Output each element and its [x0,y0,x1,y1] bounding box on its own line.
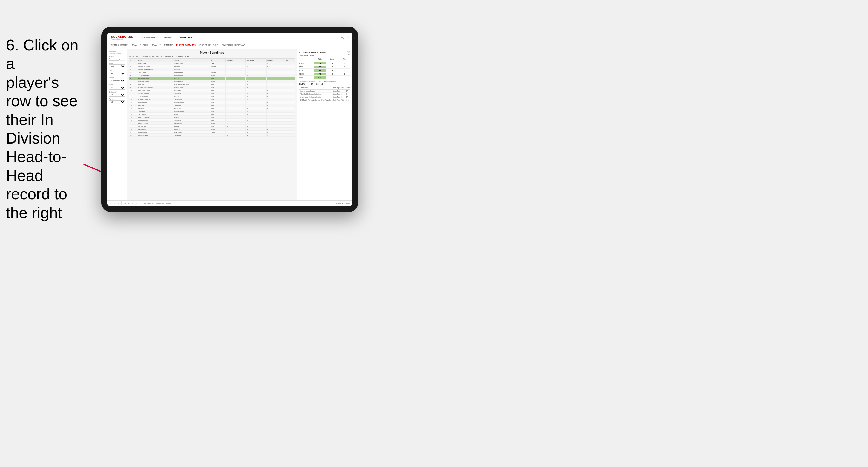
h2h-title: In Division Head-to-Head [299,51,350,54]
col-yr: Yr [210,59,226,62]
nav-item-tournaments[interactable]: TOURNAMENTS [138,35,158,39]
player-select[interactable]: (All) [108,100,125,104]
table-row[interactable]: 5 Christo Lamprecht Georgia Tech Fourth … [129,74,295,77]
table-row[interactable]: 1 Wenyi Ding Arizona State First 1 8 1 [129,62,295,65]
tab-team-h2h-heatmap[interactable]: TEAM H2H HEATMAP [152,43,173,48]
h2h-wl-record: 674 - 33 - 12 [311,83,323,85]
table-row[interactable]: 9 Preston Summerhays Arizona State Third… [129,86,295,89]
nav-items: TOURNAMENTS TEAMS COMMITTEE [138,35,341,39]
cut-button[interactable]: ✂ [128,202,129,205]
forward-button[interactable]: ⤳ [118,202,119,205]
rounds-filter: No Rds. 6 [108,56,125,61]
standings-title: Player Standings [129,51,295,54]
col-score: Score [345,86,350,90]
table-row[interactable]: 8 Mats Ege East Tennessee State Fifth 1 … [129,83,295,86]
tablet-frame: SCOREBOARD Powered by clippi TOURNAMENTS… [101,27,358,212]
h2h-tournaments-table: Tournament Event Type Pos Score Amer Ari… [299,86,350,101]
table-row[interactable]: 16 Alex Goff Kentucky Fifth 8 19 0 [129,107,295,110]
h2h-opponents-label: Opponents in division: W-L-T record in-d… [299,81,350,82]
grid-button[interactable]: ⊞ [124,202,126,205]
tab-player-h2h-heatmap[interactable]: PLAYER H2H HEATMAP [222,43,245,48]
standings-table: # Player School Yr Reg Rank Conf Rank No… [129,59,295,137]
h2h-row: >100 578 11 1 [299,76,350,80]
logo-sub: Powered by clippi [111,38,133,40]
watch-button[interactable]: Watch ▾ [336,202,343,205]
col-reg-rank: Reg Rank [226,59,245,62]
h2h-rows: Top 10 8 3 2 11-25 20 9 5 26-50 22 4 1 5… [299,61,350,80]
sign-out-button[interactable]: Sign out [341,36,349,38]
view-original-button[interactable]: View: Original [143,202,153,204]
table-area: Player Standings Gender: Men Division: N… [127,49,297,200]
nav-item-committee[interactable]: COMMITTEE [178,35,193,39]
tournament-row: SEC Match Play hosted by Jerry Pate Roun… [299,98,350,101]
h2h-grid-header: Win Loss Tie [299,58,350,61]
h2h-close-button[interactable]: ✕ [347,51,350,55]
col-school: School [174,59,210,62]
top-nav: SCOREBOARD Powered by clippi TOURNAMENTS… [107,33,352,42]
tab-team-summary[interactable]: TEAM SUMMARY [111,43,128,48]
table-row[interactable]: 4 Luke Claton Florida State Second 1 27 … [129,71,295,74]
table-row[interactable]: 6 Jackson Koivun Auburn First [129,77,295,80]
logo-title: SCOREBOARD [111,35,133,38]
col-tournament: Tournament [299,86,332,90]
update-time: Update time: 27/03/2024 16:56:26 [108,51,125,54]
tablet-screen: SCOREBOARD Powered by clippi TOURNAMENTS… [107,33,352,206]
table-row[interactable]: 14 Maxwell Ford North Carolina Third 2 2… [129,101,295,104]
year-select[interactable]: (All) [108,72,125,75]
main-content: Update time: 27/03/2024 16:56:26 No Rds.… [107,49,352,200]
table-row[interactable]: 15 Jake Hall Tennessee Fifth 2 25 0 [129,104,295,107]
h2h-row: 26-50 22 4 1 [299,69,350,72]
nav-item-teams[interactable]: TEAMS [163,35,173,39]
circle-button[interactable]: ⊙ [136,202,137,205]
table-row[interactable]: 18 Luke Powell UCLA First 3 24 1 [129,113,295,116]
table-row[interactable]: 12 Brendan Valles Auburn Third 1 27 0 [129,95,295,98]
h2h-stats-values: 98.1% 674 - 33 - 12 [299,83,350,85]
table-row[interactable]: 24 Bastien Amat New Mexico Fourth 1 27 2 [129,131,295,134]
standings-filters: Gender: Men Division: NCAA Division I Re… [129,56,295,57]
h2h-opponents-pct: 98.1% [299,83,305,85]
col-num: # [129,59,137,62]
table-row[interactable]: 21 Taehoon Song Washington Fourth 6 23 1 [129,122,295,125]
table-row[interactable]: 23 Jack Lundin Missouri Fourth 11 24 0 [129,128,295,131]
tournament-row: Fallon Oak Collegiate Invitational Strok… [299,93,350,95]
share-button[interactable]: Share [345,202,350,204]
gender-select[interactable]: Men [108,64,125,68]
table-row[interactable]: 2 Michael La Sasso Ole Miss Second 1 19 … [129,65,295,68]
table-row[interactable]: 10 Jacob Mac Diesen Arkansas Fifth 4 25 … [129,89,295,92]
tab-player-summary[interactable]: PLAYER SUMMARY [177,43,196,48]
h2h-row: 11-25 20 9 5 [299,65,350,69]
redo-button[interactable]: ↪ [114,202,115,205]
table-row[interactable]: 25 Cole Sherwood Vanderbilt 12 23 1 [129,134,295,137]
h2h-panel: In Division Head-to-Head Jackson Koivun … [297,49,352,200]
undo-button[interactable]: ↩ [110,202,111,205]
col-conf-rank: Conf Rank [245,59,267,62]
sidebar-filters: Update time: 27/03/2024 16:56:26 No Rds.… [107,49,127,200]
table-row[interactable]: 20 Matthew Riedel Vanderbilt Fifth 9 22 … [129,119,295,122]
h2h-player-name: Jackson Koivun [299,54,350,56]
table-row[interactable]: 7 Nicholas Gabrelcik North Florida Fourt… [129,80,295,83]
table-row[interactable]: 22 Ian Gilligan Florida Third 10 24 1 [129,125,295,128]
tournament-row: Mirabel Maui Jim Intercollegiate Stroke … [299,95,350,98]
save-custom-button[interactable]: Save Custom View [156,202,171,204]
instruction-text: 6. Click on a player's row to see their … [0,30,93,228]
table-row[interactable]: 17 David Ford North Carolina Third 2 21 … [129,110,295,113]
tab-team-h2h-grid[interactable]: TEAM H2H GRID [132,43,148,48]
h2h-row: 51-100 46 6 3 [299,72,350,76]
col-player: Player [137,59,173,62]
tab-player-h2h-grid[interactable]: PLAYER H2H GRID [199,43,218,48]
division-select[interactable]: NCAA Division I [108,79,125,82]
copy-button[interactable]: ⊕ [132,202,133,205]
table-row[interactable]: 11 Gordon Sargent Vanderbilt Third 4 21 … [129,92,295,95]
h2h-row: Top 10 8 3 2 [299,61,350,65]
h2h-header: In Division Head-to-Head Jackson Koivun … [299,51,350,56]
conference-select[interactable]: (All) [108,93,125,97]
table-row[interactable]: 13 Phichaksn Maichon Texas A&M Third 6 3… [129,98,295,101]
table-row[interactable]: 19 Tiger Christensen Arizona Third 8 23 … [129,116,295,119]
table-row[interactable]: 3 Michael Thorbjornsen Stanford 1 8 1 [129,68,295,71]
col-no-rds: No. Rds. [267,59,284,62]
logo-area: SCOREBOARD Powered by clippi [111,35,133,40]
region-select[interactable]: N/A [108,86,125,90]
tournament-row: Amer Ari Intercollegiate Stroke Play 4 -… [299,90,350,93]
bottom-toolbar: ↩ ↪ ⤳ ⊞ ✂ ⊕ ⊙ View: Original Save Custom… [107,200,352,206]
col-pos: Pos [341,86,345,90]
